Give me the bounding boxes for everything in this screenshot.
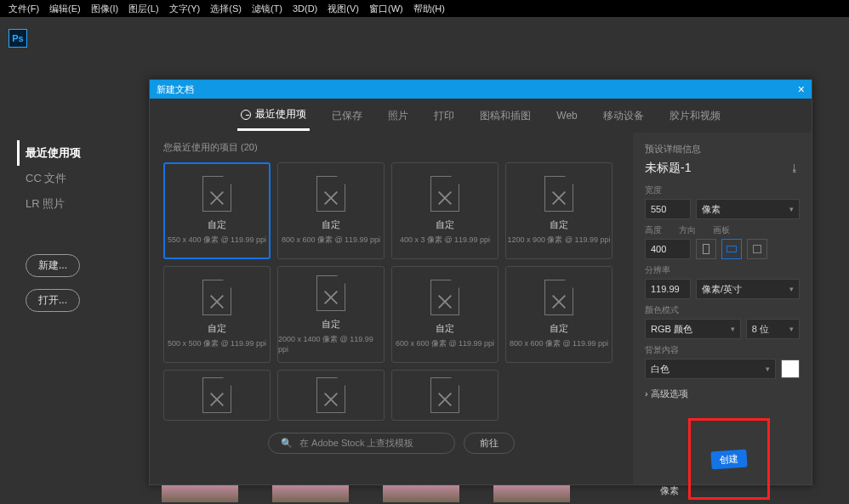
document-icon bbox=[544, 176, 573, 212]
clock-icon bbox=[241, 110, 251, 120]
presets-area: 您最近使用的项目 (20) 自定550 x 400 像素 @ 119.99 pp… bbox=[150, 133, 633, 484]
open-button[interactable]: 打开... bbox=[26, 289, 80, 312]
width-input[interactable] bbox=[645, 199, 691, 219]
document-name[interactable]: 未标题-1 bbox=[645, 161, 691, 176]
preset-item[interactable] bbox=[163, 370, 271, 421]
dialog-titlebar: 新建文档 × bbox=[150, 80, 812, 99]
tab-print[interactable]: 打印 bbox=[430, 102, 458, 130]
background-swatch[interactable] bbox=[781, 360, 800, 378]
artboard-checkbox[interactable] bbox=[747, 239, 767, 259]
menu-file[interactable]: 文件(F) bbox=[3, 3, 44, 15]
sidebar-cc-files[interactable]: CC 文件 bbox=[26, 166, 149, 191]
thumb[interactable] bbox=[493, 485, 570, 502]
menu-3d[interactable]: 3D(D) bbox=[288, 3, 322, 14]
px-label: 像素 bbox=[660, 484, 679, 497]
tab-web[interactable]: Web bbox=[553, 103, 580, 128]
tab-saved[interactable]: 已保存 bbox=[328, 102, 366, 130]
preset-item[interactable]: 自定800 x 600 像素 @ 119.99 ppi bbox=[505, 266, 613, 363]
menu-window[interactable]: 窗口(W) bbox=[364, 3, 408, 15]
preset-item[interactable]: 自定500 x 500 像素 @ 119.99 ppi bbox=[163, 266, 271, 363]
preset-name: 自定 bbox=[322, 318, 340, 331]
preset-item[interactable]: 自定400 x 3 像素 @ 119.99 ppi bbox=[391, 162, 499, 259]
thumb[interactable] bbox=[162, 485, 238, 502]
document-icon bbox=[430, 377, 459, 413]
document-icon bbox=[316, 176, 345, 212]
document-icon bbox=[430, 280, 459, 315]
resolution-input[interactable] bbox=[645, 279, 691, 299]
tab-art[interactable]: 图稿和插图 bbox=[476, 102, 534, 130]
width-unit-select[interactable]: 像素▾ bbox=[696, 199, 800, 219]
tab-film[interactable]: 胶片和视频 bbox=[666, 102, 724, 130]
search-icon: 🔍 bbox=[281, 438, 293, 449]
dialog-title: 新建文档 bbox=[157, 83, 194, 96]
preset-name: 自定 bbox=[550, 218, 568, 231]
menu-image[interactable]: 图像(I) bbox=[86, 3, 123, 15]
category-tabs: 最近使用项 已保存 照片 打印 图稿和插图 Web 移动设备 胶片和视频 bbox=[150, 99, 812, 133]
artboard-label: 画板 bbox=[713, 224, 730, 236]
menu-select[interactable]: 选择(S) bbox=[205, 3, 247, 15]
document-icon bbox=[202, 280, 231, 315]
document-icon bbox=[316, 377, 345, 413]
thumb[interactable] bbox=[272, 485, 349, 502]
preset-item[interactable]: 自定800 x 600 像素 @ 119.99 ppi bbox=[277, 162, 385, 259]
preset-item[interactable]: 自定1200 x 900 像素 @ 119.99 ppi bbox=[505, 162, 613, 259]
menu-filter[interactable]: 滤镜(T) bbox=[247, 3, 288, 15]
menu-view[interactable]: 视图(V) bbox=[322, 3, 364, 15]
document-icon bbox=[202, 377, 231, 413]
document-icon bbox=[202, 176, 231, 212]
annotation-highlight: 创建 bbox=[688, 418, 770, 500]
recent-count-label: 您最近使用的项目 (20) bbox=[163, 141, 619, 154]
tab-recent[interactable]: 最近使用项 bbox=[237, 100, 310, 131]
preset-name: 自定 bbox=[436, 322, 454, 335]
preset-meta: 2000 x 1400 像素 @ 119.99 ppi bbox=[278, 334, 384, 354]
width-label: 宽度 bbox=[645, 184, 800, 196]
orientation-portrait[interactable] bbox=[696, 239, 716, 259]
save-preset-icon[interactable]: ⭳ bbox=[789, 162, 800, 174]
advanced-options-toggle[interactable]: › 高级选项 bbox=[645, 388, 800, 400]
menu-layer[interactable]: 图层(L) bbox=[123, 3, 163, 15]
preset-meta: 400 x 3 像素 @ 119.99 ppi bbox=[400, 235, 490, 246]
stock-search-input[interactable]: 🔍 在 Adobe Stock 上查找模板 bbox=[268, 433, 455, 454]
preset-meta: 550 x 400 像素 @ 119.99 ppi bbox=[168, 235, 266, 246]
create-button[interactable]: 创建 bbox=[710, 449, 747, 469]
preset-item[interactable]: 自定550 x 400 像素 @ 119.99 ppi bbox=[163, 162, 271, 259]
details-header: 预设详细信息 bbox=[645, 143, 800, 156]
app-logo: Ps bbox=[9, 29, 27, 48]
preset-name: 自定 bbox=[208, 322, 226, 335]
orientation-label: 方向 bbox=[679, 224, 696, 236]
preset-item[interactable]: 自定2000 x 1400 像素 @ 119.99 ppi bbox=[277, 266, 385, 363]
document-icon bbox=[430, 176, 459, 212]
home-sidebar: 最近使用项 CC 文件 LR 照片 新建... 打开... bbox=[0, 59, 149, 312]
menu-type[interactable]: 文字(Y) bbox=[164, 3, 206, 15]
sidebar-lr-photos[interactable]: LR 照片 bbox=[26, 191, 149, 217]
app-toolbar: Ps bbox=[0, 17, 849, 59]
color-mode-select[interactable]: RGB 颜色▾ bbox=[645, 319, 741, 339]
preset-item[interactable] bbox=[391, 370, 499, 421]
menu-bar: 文件(F) 编辑(E) 图像(I) 图层(L) 文字(Y) 选择(S) 滤镜(T… bbox=[0, 0, 849, 17]
preset-meta: 800 x 600 像素 @ 119.99 ppi bbox=[510, 338, 608, 349]
resolution-unit-select[interactable]: 像素/英寸▾ bbox=[696, 279, 800, 299]
orientation-landscape[interactable] bbox=[721, 239, 742, 259]
resolution-label: 分辨率 bbox=[645, 264, 800, 276]
tab-mobile[interactable]: 移动设备 bbox=[600, 102, 647, 130]
stock-go-button[interactable]: 前往 bbox=[464, 433, 515, 454]
color-mode-label: 颜色模式 bbox=[645, 304, 800, 316]
tab-photo[interactable]: 照片 bbox=[385, 102, 412, 130]
document-icon bbox=[544, 280, 573, 315]
preset-meta: 600 x 600 像素 @ 119.99 ppi bbox=[396, 338, 494, 349]
height-input[interactable] bbox=[645, 239, 691, 259]
color-depth-select[interactable]: 8 位▾ bbox=[746, 319, 800, 339]
background-label: 背景内容 bbox=[645, 344, 800, 356]
preset-item[interactable]: 自定600 x 600 像素 @ 119.99 ppi bbox=[391, 266, 499, 363]
close-icon[interactable]: × bbox=[798, 82, 805, 96]
sidebar-recent[interactable]: 最近使用项 bbox=[17, 140, 149, 166]
background-select[interactable]: 白色▾ bbox=[645, 359, 776, 379]
new-button[interactable]: 新建... bbox=[26, 254, 80, 277]
preset-name: 自定 bbox=[436, 218, 454, 231]
preset-name: 自定 bbox=[208, 218, 226, 231]
preset-meta: 1200 x 900 像素 @ 119.99 ppi bbox=[507, 235, 610, 246]
menu-help[interactable]: 帮助(H) bbox=[408, 3, 450, 15]
preset-item[interactable] bbox=[277, 370, 385, 421]
thumb[interactable] bbox=[383, 485, 459, 502]
menu-edit[interactable]: 编辑(E) bbox=[44, 3, 86, 15]
